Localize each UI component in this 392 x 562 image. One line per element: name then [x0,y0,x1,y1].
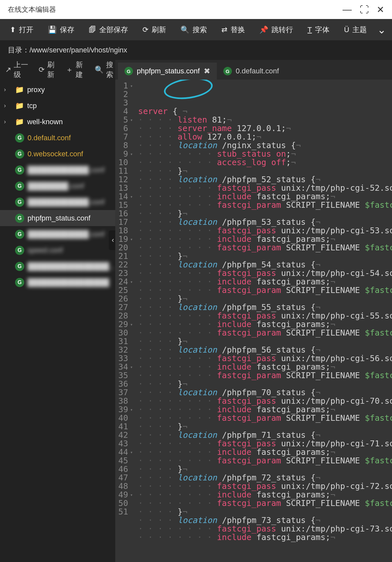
code-line[interactable]: · · · · · · · · fastcgi_pass unix:/tmp/p… [138,439,392,448]
line-number[interactable]: 49▾ [115,491,133,499]
fold-icon[interactable]: ▾ [130,116,133,124]
code-line[interactable]: · · · · location /nginx_status {¬ [138,141,392,150]
code-line[interactable]: · · · · · · · · stub_status on;¬ [138,150,392,158]
file-item[interactable]: G0.default.conf [0,130,115,146]
line-number[interactable]: 41 [115,422,133,431]
fold-icon[interactable]: ▾ [130,150,133,158]
maximize-icon[interactable]: ⛶ [360,4,369,15]
line-number[interactable]: 26 [115,295,133,303]
code-line[interactable]: · · · · · · · · fastcgi_pass unix:/tmp/p… [138,226,392,235]
line-number[interactable]: 21 [115,252,133,261]
expand-toolbar-icon[interactable]: ⌄ [377,24,392,36]
code-line[interactable]: · · · · · · · · fastcgi_param SCRIPT_FIL… [138,414,392,422]
fold-icon[interactable]: ▾ [130,278,133,286]
up-level-button[interactable]: ↗上一级 [5,60,29,80]
file-item[interactable]: G████████████.conf [0,194,115,210]
code-line[interactable]: · · · · · · · · fastcgi_pass unix:/tmp/p… [138,482,392,491]
line-number[interactable]: 1▾ [115,82,133,90]
code-line[interactable]: · · · · · · · · fastcgi_pass unix:/tmp/p… [138,397,392,405]
code-line[interactable]: · · · · server_name 127.0.0.1;¬ [138,124,392,133]
fold-icon[interactable]: ▾ [130,192,133,201]
code-line[interactable]: server { ¬ [138,107,392,116]
code-line[interactable]: · · · · · · · · include fastcgi_params;¬ [138,363,392,371]
line-number[interactable]: 9▾ [115,150,133,158]
line-number[interactable]: 17 [115,218,133,226]
save-button[interactable]: 💾保存 [41,19,82,40]
line-number[interactable]: 6 [115,124,133,133]
editor-tab[interactable]: Gphpfpm_status.conf✖ [118,63,217,80]
code-line[interactable]: · · · · · · · · fastcgi_param SCRIPT_FIL… [138,201,392,209]
saveall-button[interactable]: 🗐全部保存 [82,19,135,40]
line-gutter[interactable]: 1▾2 3 4 5▾6 7 8 9▾10 11 12 13 14▾15 16 1… [115,80,136,562]
file-item[interactable]: Gspeed.conf [0,242,115,258]
line-number[interactable]: 47 [115,474,133,482]
code-line[interactable]: · · · · }¬ [138,337,392,346]
code-line[interactable]: · · · · }¬ [138,209,392,218]
file-item[interactable]: G████████████████ [0,274,115,290]
line-number[interactable]: 34▾ [115,363,133,371]
code-line[interactable]: · · · · · · · · include fastcgi_params;¬ [138,320,392,329]
line-number[interactable]: 38 [115,397,133,405]
fold-icon[interactable]: ▾ [130,491,133,499]
code-line[interactable]: · · · · · · · · fastcgi_param SCRIPT_FIL… [138,329,392,337]
code-line[interactable]: · · · · · · · · include fastcgi_params;¬ [138,405,392,414]
line-number[interactable]: 16 [115,209,133,218]
code-line[interactable]: · · · · }¬ [138,380,392,388]
fold-icon[interactable]: ▾ [130,82,133,90]
line-number[interactable]: 29▾ [115,320,133,329]
code-line[interactable]: · · · · location /phpfpm_54_status {¬ [138,261,392,269]
code-line[interactable]: · · · · · · · · fastcgi_pass unix:/tmp/p… [138,184,392,192]
fold-icon[interactable]: ▾ [130,320,133,329]
theme-button[interactable]: Ü主题 [337,19,374,40]
code-line[interactable]: · · · · location /phpfpm_73_status {¬ [138,516,392,525]
line-number[interactable]: 48 [115,482,133,491]
code-line[interactable]: · · · · allow 127.0.0.1;¬ [138,133,392,141]
file-item[interactable]: G████████████.conf [0,226,115,242]
minimize-icon[interactable]: — [343,4,352,15]
line-number[interactable]: 8 [115,141,133,150]
code-line[interactable]: · · · · · · · · fastcgi_param SCRIPT_FIL… [138,499,392,508]
code-line[interactable]: · · · · }¬ [138,422,392,431]
code-line[interactable]: · · · · }¬ [138,167,392,175]
line-number[interactable]: 51 [115,508,133,516]
file-item[interactable]: G████████████.conf [0,162,115,178]
code-line[interactable]: · · · · location /phpfpm_52_status {¬ [138,175,392,184]
line-number[interactable]: 27 [115,303,133,312]
fold-icon[interactable]: ▾ [130,405,133,414]
code-line[interactable]: · · · · location /phpfpm_70_status {¬ [138,388,392,397]
code-line[interactable]: · · · · location /phpfpm_71_status {¬ [138,431,392,439]
line-number[interactable]: 45 [115,456,133,465]
code-line[interactable]: · · · · }¬ [138,465,392,474]
search-button[interactable]: 🔍搜索 [173,19,214,40]
close-icon[interactable]: ✕ [377,4,384,15]
line-number[interactable]: 33 [115,354,133,363]
line-number[interactable]: 15 [115,201,133,209]
folder-item[interactable]: ›📁tcp [0,98,115,114]
line-number[interactable]: 42 [115,431,133,439]
fold-icon[interactable]: ▾ [130,448,133,456]
line-number[interactable]: 39▾ [115,405,133,414]
code-line[interactable]: · · · · · · · · fastcgi_param SCRIPT_FIL… [138,371,392,380]
line-number[interactable]: 3 [115,99,133,107]
line-number[interactable]: 46 [115,465,133,474]
file-item[interactable]: G████████.conf [0,178,115,194]
file-item[interactable]: G████████████████... [0,258,115,274]
line-number[interactable]: 36 [115,380,133,388]
code-line[interactable]: · · · · · · · · include fastcgi_params;¬ [138,235,392,243]
line-number[interactable]: 12 [115,175,133,184]
line-number[interactable]: 37 [115,388,133,397]
font-button[interactable]: T字体 [300,19,337,40]
folder-item[interactable]: ›📁well-known [0,114,115,130]
file-item[interactable]: G0.websocket.conf [0,146,115,162]
line-number[interactable]: 30 [115,329,133,337]
code-line[interactable]: · · · · listen 81;¬ [138,116,392,124]
line-number[interactable]: 20 [115,243,133,252]
code-line[interactable]: · · · · · · · · include fastcgi_params;¬ [138,491,392,499]
code-line[interactable]: · · · · }¬ [138,508,392,516]
line-number[interactable]: 28 [115,312,133,320]
code-editor[interactable]: server { ¬· · · · listen 81;¬· · · · ser… [136,80,392,562]
line-number[interactable]: 24▾ [115,278,133,286]
line-number[interactable]: 4 [115,107,133,116]
folder-item[interactable]: ›📁proxy [0,82,115,98]
line-number[interactable]: 18 [115,226,133,235]
